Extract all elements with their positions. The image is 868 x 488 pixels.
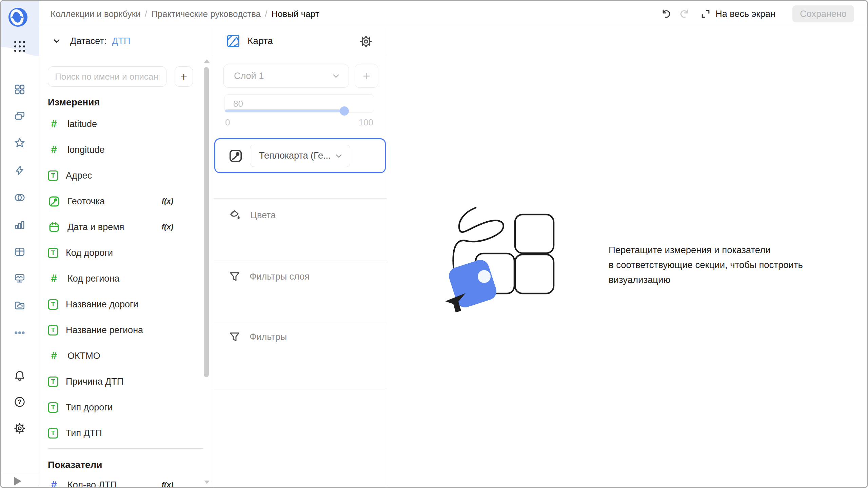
- datalens-logo[interactable]: [8, 8, 27, 27]
- string-field-icon: T: [48, 325, 58, 336]
- scroll-up-icon[interactable]: [204, 59, 210, 63]
- number-field-icon: #: [48, 144, 60, 156]
- apps-menu-icon[interactable]: [14, 41, 25, 52]
- number-field-icon: #: [48, 350, 60, 362]
- collections-icon[interactable]: [12, 109, 27, 124]
- string-field-icon: T: [48, 170, 58, 181]
- field-row[interactable]: # T: [48, 137, 175, 163]
- dashboards-icon[interactable]: [12, 82, 27, 97]
- measures-title: Показатели: [48, 460, 102, 470]
- left-sidebar: ?: [1, 1, 39, 487]
- breadcrumb-separator: /: [265, 9, 267, 19]
- search-input[interactable]: [48, 66, 166, 87]
- chart-settings-gear-icon[interactable]: [358, 34, 373, 49]
- storage-folder-icon[interactable]: [12, 298, 27, 313]
- section-divider: [214, 261, 387, 261]
- breadcrumb-guides[interactable]: Практические руководства: [151, 9, 261, 19]
- field-row[interactable]: # T: [48, 343, 175, 369]
- field-label: Код региона: [67, 273, 175, 284]
- formula-badge: f(x): [162, 197, 173, 206]
- sidebar-expand-icon[interactable]: [14, 477, 21, 486]
- fullscreen-control[interactable]: На весь экран: [701, 9, 775, 19]
- save-button[interactable]: Сохранено: [792, 5, 854, 22]
- breadcrumb-collections[interactable]: Коллекции и воркбуки: [51, 9, 141, 19]
- topbar-actions: На весь экран Сохранено: [658, 5, 867, 22]
- layer-select[interactable]: Слой 1: [223, 64, 349, 88]
- dataset-header[interactable]: Датасет: ДТП: [39, 27, 213, 55]
- hint-line: в соответствующие секции, чтобы построит…: [609, 258, 803, 272]
- string-field-icon: T: [48, 377, 58, 387]
- fullscreen-label: На весь экран: [715, 9, 775, 19]
- field-label: Код дороги: [66, 248, 175, 258]
- number-field-icon: #: [48, 479, 60, 487]
- field-row[interactable]: # T: [48, 420, 175, 446]
- section-divider: [214, 323, 387, 323]
- field-row[interactable]: # T: [48, 188, 175, 214]
- string-field-icon: T: [48, 428, 58, 439]
- geolayer-drop-zone[interactable]: Теплокарта (Ге...: [214, 138, 386, 173]
- dataset-panel: Датасет: ДТП + Измерения # T: [39, 27, 213, 487]
- opacity-input[interactable]: [233, 99, 260, 109]
- breadcrumb-current: Новый чарт: [271, 9, 319, 19]
- field-row[interactable]: # T: [48, 266, 175, 291]
- editor-monitor-icon[interactable]: [12, 271, 27, 286]
- chart-config-panel: Карта Слой 1 +: [214, 27, 387, 487]
- help-icon[interactable]: ?: [12, 394, 27, 409]
- field-row[interactable]: # T Кол-во ДТП f(x): [48, 472, 175, 487]
- colors-section[interactable]: Цвета: [229, 209, 276, 222]
- tables-icon[interactable]: [12, 244, 27, 259]
- map-icon: [226, 34, 240, 48]
- date-field-icon: [48, 222, 60, 233]
- field-label: Тип ДТП: [66, 428, 175, 439]
- opacity-slider-track[interactable]: [225, 109, 344, 112]
- field-row[interactable]: # T: [48, 240, 175, 266]
- measures-divider: [48, 448, 203, 449]
- geolayer-type-select[interactable]: Теплокарта (Ге...: [250, 145, 350, 167]
- opacity-slider-thumb[interactable]: [340, 106, 349, 116]
- field-row[interactable]: # T: [48, 111, 175, 137]
- dataset-name-link[interactable]: ДТП: [112, 36, 130, 46]
- charts-icon[interactable]: [12, 217, 27, 232]
- chart-type-title[interactable]: Карта: [248, 36, 273, 46]
- hint-line: визуализацию: [609, 272, 803, 287]
- field-row[interactable]: # T: [48, 291, 175, 317]
- layer-filters-section[interactable]: Фильтры слоя: [229, 270, 310, 283]
- filters-section[interactable]: Фильтры: [229, 331, 287, 343]
- add-field-button[interactable]: +: [175, 66, 193, 87]
- chart-canvas: Перетащите измерения и показатели в соот…: [388, 27, 867, 487]
- connections-icon[interactable]: [12, 163, 27, 178]
- field-label: Кол-во ДТП: [67, 480, 162, 487]
- formula-badge: f(x): [162, 223, 173, 231]
- settings-gear-icon[interactable]: [12, 421, 27, 436]
- chevron-down-icon: [334, 151, 343, 160]
- field-row[interactable]: # T: [48, 163, 175, 188]
- field-row[interactable]: # T: [48, 369, 175, 394]
- dimensions-title: Измерения: [48, 97, 100, 108]
- field-label: Тип дороги: [66, 402, 175, 413]
- formula-badge: f(x): [162, 481, 173, 487]
- field-label: Адрес: [66, 170, 175, 181]
- scrollbar-thumb[interactable]: [204, 67, 209, 377]
- field-label: Дата и время: [67, 222, 162, 232]
- notifications-bell-icon[interactable]: [12, 368, 27, 383]
- field-row[interactable]: # T: [48, 317, 175, 343]
- field-row[interactable]: # T: [48, 394, 175, 420]
- undo-icon[interactable]: [658, 6, 673, 21]
- layer-filters-label: Фильтры слоя: [250, 271, 310, 282]
- datasets-icon[interactable]: [12, 190, 27, 205]
- dimensions-list: # T: [48, 111, 175, 446]
- more-options-icon[interactable]: [12, 325, 27, 340]
- field-label: Название региона: [66, 325, 175, 336]
- string-field-icon: T: [48, 402, 58, 413]
- chevron-down-icon[interactable]: [52, 36, 61, 46]
- scroll-down-icon[interactable]: [204, 481, 210, 484]
- slider-min-label: 0: [225, 117, 230, 128]
- number-field-icon: #: [48, 118, 60, 130]
- favorites-star-icon[interactable]: [12, 135, 27, 150]
- add-layer-button[interactable]: +: [355, 64, 378, 88]
- geopoint-field-icon: [48, 196, 60, 207]
- string-field-icon: T: [48, 299, 58, 310]
- filters-label: Фильтры: [250, 332, 287, 342]
- field-row[interactable]: # T: [48, 214, 175, 240]
- redo-icon[interactable]: [677, 6, 692, 21]
